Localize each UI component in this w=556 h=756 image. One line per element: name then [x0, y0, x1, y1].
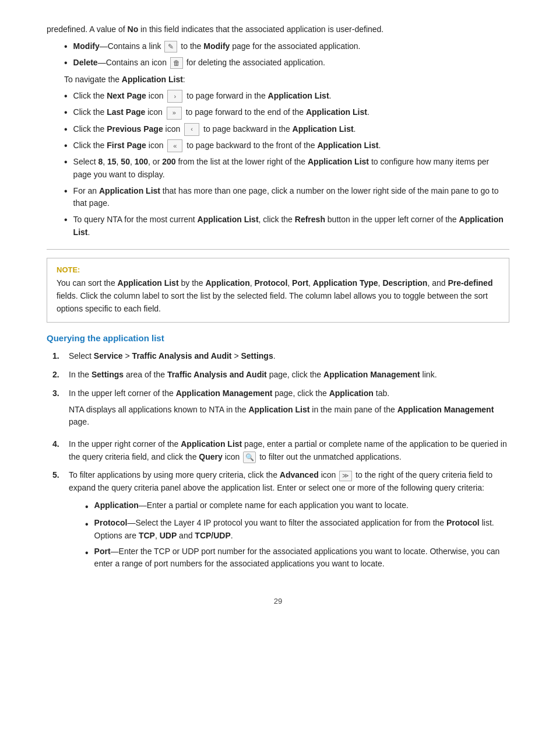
query-icon: 🔍: [243, 452, 256, 463]
step-3-subnote: NTA displays all applications known to N…: [69, 404, 509, 429]
nav-bullet-firstpage: • Click the First Page icon « to page ba…: [47, 139, 509, 152]
step-5-text: To filter applications by using more que…: [69, 469, 509, 573]
sub-bullet-application: • Application—Enter a partial or complet…: [69, 499, 509, 514]
nav-dot-5: •: [64, 157, 68, 167]
step-1-num: 1.: [52, 350, 69, 363]
note-text: You can sort the Application List by the…: [57, 277, 499, 315]
bullet-text-delete: Delete—Contains an icon 🗑 for deleting t…: [73, 57, 509, 69]
nav-bullet-refresh: • To query NTA for the most current Appl…: [47, 214, 509, 239]
step-4-text: In the upper right corner of the Applica…: [69, 438, 509, 463]
nav-bullet-nextpage: • Click the Next Page icon › to page for…: [47, 90, 509, 103]
step-1: 1. Select Service > Traffic Analysis and…: [47, 350, 509, 363]
note-section: NOTE: You can sort the Application List …: [47, 258, 509, 323]
bullet-dot-delete: •: [64, 58, 68, 68]
nav-text-firstpage: Click the First Page icon « to page back…: [73, 139, 509, 152]
prev-page-icon: ‹: [184, 123, 199, 136]
step-2: 2. In the Settings area of the Traffic A…: [47, 369, 509, 382]
nav-bullet-lastpage: • Click the Last Page icon » to page for…: [47, 106, 509, 119]
sub-bullet-dot-2: •: [85, 517, 89, 532]
step-4-num: 4.: [52, 438, 69, 451]
nav-dot-6: •: [64, 186, 68, 197]
page-number: 29: [47, 597, 509, 606]
nav-bullet-select: • Select 8, 15, 50, 100, or 200 from the…: [47, 156, 509, 181]
bullet-dot-modify: •: [64, 41, 68, 52]
sub-bullet-text-application: Application—Enter a partial or complete …: [94, 499, 509, 512]
nav-bullet-prevpage: • Click the Previous Page icon ‹ to page…: [47, 123, 509, 136]
nav-text-prevpage: Click the Previous Page icon ‹ to page b…: [73, 123, 509, 136]
nav-dot-7: •: [64, 215, 68, 225]
page-content: predefined. A value of No in this field …: [0, 0, 556, 640]
step-2-num: 2.: [52, 369, 69, 382]
nav-dot-1: •: [64, 91, 68, 102]
step-1-text: Select Service > Traffic Analysis and Au…: [69, 350, 509, 363]
bullet-delete: • Delete—Contains an icon 🗑 for deleting…: [47, 57, 509, 69]
next-page-icon: ›: [167, 90, 182, 103]
nav-text-number: For an Application List that has more th…: [73, 185, 509, 210]
nav-dot-4: •: [64, 141, 68, 151]
step-3: 3. In the upper left corner of the Appli…: [47, 387, 509, 432]
sub-bullet-text-port: Port—Enter the TCP or UDP port number fo…: [94, 545, 509, 570]
step-5: 5. To filter applications by using more …: [47, 469, 509, 573]
delete-icon: 🗑: [170, 57, 183, 69]
step-5-num: 5.: [52, 469, 69, 482]
nav-bullet-number: • For an Application List that has more …: [47, 185, 509, 210]
sub-bullet-text-protocol: Protocol—Select the Layer 4 IP protocol …: [94, 517, 509, 542]
nav-dot-3: •: [64, 124, 68, 135]
bullet-text-modify: Modify—Contains a link ✎ to the Modify p…: [73, 40, 509, 53]
intro-paragraph: predefined. A value of No in this field …: [47, 23, 509, 36]
sub-bullet-protocol: • Protocol—Select the Layer 4 IP protoco…: [69, 517, 509, 542]
sub-bullet-port: • Port—Enter the TCP or UDP port number …: [69, 545, 509, 570]
nav-intro: To navigate the Application List:: [64, 74, 509, 86]
section-title-query: Querying the application list: [47, 333, 509, 343]
first-page-icon: «: [167, 139, 182, 152]
note-label: NOTE:: [57, 265, 499, 274]
sub-bullet-dot-3: •: [85, 546, 89, 561]
advanced-icon: ≫: [339, 471, 352, 481]
step-3-text: In the upper left corner of the Applicat…: [69, 387, 509, 432]
divider: [47, 249, 509, 250]
bullet-modify: • Modify—Contains a link ✎ to the Modify…: [47, 40, 509, 53]
nav-text-nextpage: Click the Next Page icon › to page forwa…: [73, 90, 509, 103]
modify-icon: ✎: [164, 41, 177, 52]
nav-text-select: Select 8, 15, 50, 100, or 200 from the l…: [73, 156, 509, 181]
nav-text-refresh: To query NTA for the most current Applic…: [73, 214, 509, 239]
nav-dot-2: •: [64, 107, 68, 118]
step-3-num: 3.: [52, 387, 69, 400]
step-4: 4. In the upper right corner of the Appl…: [47, 438, 509, 463]
step-2-text: In the Settings area of the Traffic Anal…: [69, 369, 509, 382]
nav-text-lastpage: Click the Last Page icon » to page forwa…: [73, 106, 509, 119]
sub-bullet-dot-1: •: [85, 500, 89, 514]
last-page-icon: »: [167, 107, 182, 120]
